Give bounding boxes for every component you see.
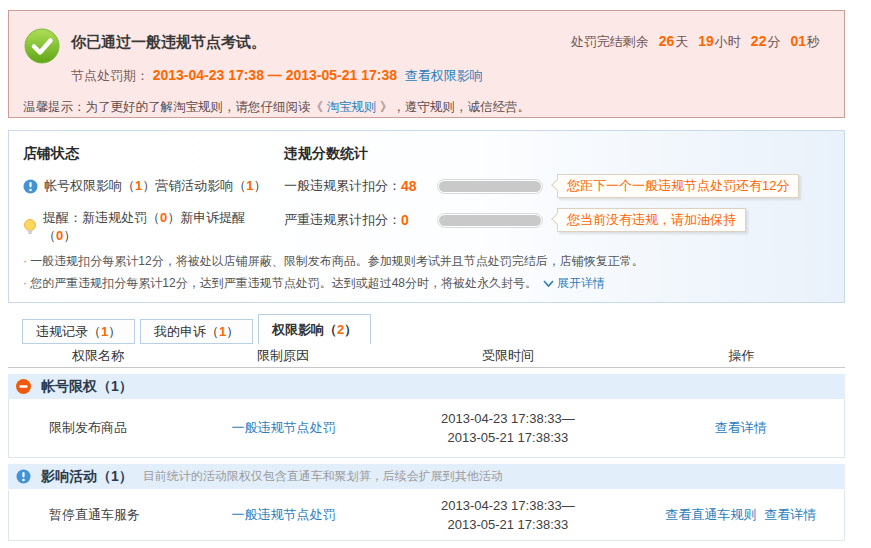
severe-score-row: 严重违规累计扣分： 0 您当前没有违规，请加油保持 [284, 209, 834, 231]
table-row: 限制发布商品 一般违规节点处罚 2013-04-23 17:38:33— 201… [8, 399, 845, 458]
note-general: 一般违规扣分每累计12分，将被处以店铺屏蔽、限制发布商品。参加规则考试并且节点处… [23, 250, 832, 272]
countdown-hours: 19 [698, 33, 714, 49]
general-score-value: 48 [401, 178, 437, 194]
view-details-link[interactable]: 查看详情 [715, 420, 767, 435]
tab-permission-impact[interactable]: 权限影响（2） [258, 314, 371, 344]
record-tabs: 违规记录（1） 我的申诉（1） 权限影响（2） [22, 314, 376, 344]
status-score-panel: 店铺状态 帐号权限影响（1）营销活动影响（1） 提醒：新违规处罚（0）新申诉提醒… [8, 130, 845, 303]
violation-penalty-page: 你已通过一般违规节点考试。 节点处罚期： 2013-04-23 17:38 — … [0, 0, 871, 548]
permission-name-cell: 限制发布商品 [9, 419, 189, 437]
violation-scores-column: 违规分数统计 一般违规累计扣分： 48 您距下一个一般违规节点处罚还有12分 严… [284, 145, 834, 231]
penalty-countdown: 处罚完结剩余26天19小时22分01秒 [571, 33, 820, 51]
view-permission-impact-link[interactable]: 查看权限影响 [405, 68, 483, 83]
table-header-row: 权限名称 限制原因 受限时间 操作 [8, 346, 845, 368]
view-ztc-rules-link[interactable]: 查看直通车规则 [665, 507, 756, 522]
exam-passed-banner: 你已通过一般违规节点考试。 节点处罚期： 2013-04-23 17:38 — … [8, 10, 845, 118]
note-severe: 您的严重违规扣分每累计12分，达到严重违规节点处罚。达到或超过48分时，将被处永… [23, 272, 832, 294]
account-impact-line: 帐号权限影响（1）营销活动影响（1） [23, 177, 278, 195]
restriction-reason-cell: 一般违规节点处罚 [189, 419, 379, 437]
restriction-reason-cell: 一般违规节点处罚 [189, 506, 379, 524]
lightbulb-icon [23, 219, 37, 235]
info-exclamation-icon [23, 179, 38, 194]
permission-name-cell: 暂停直通车服务 [9, 506, 189, 524]
countdown-minutes: 22 [751, 33, 767, 49]
view-details-link[interactable]: 查看详情 [764, 507, 816, 522]
section-title: 帐号限权（1） [41, 378, 133, 396]
restricted-time-cell: 2013-04-23 17:38:33— 2013-05-21 17:38:33 [378, 496, 637, 534]
expand-details-link[interactable]: 展开详情 [543, 276, 605, 290]
general-score-bar [437, 179, 543, 194]
section-note: 目前统计的活动限权仅包含直通车和聚划算，后续会扩展到其他活动 [143, 468, 503, 485]
rule-notes: 一般违规扣分每累计12分，将被处以店铺屏蔽、限制发布商品。参加规则考试并且节点处… [23, 250, 832, 294]
friendly-tip: 温馨提示：为了更好的了解淘宝规则，请您仔细阅读《 淘宝规则 》，遵守规则，诚信经… [23, 99, 530, 116]
penalty-period: 节点处罚期： 2013-04-23 17:38 — 2013-05-21 17:… [71, 67, 483, 85]
table-row: 暂停直通车服务 一般违规节点处罚 2013-04-23 17:38:33— 20… [8, 490, 845, 541]
countdown-seconds: 01 [790, 33, 806, 49]
section-account-restrictions: 帐号限权（1） [8, 374, 845, 399]
shop-status-column: 店铺状态 帐号权限影响（1）营销活动影响（1） 提醒：新违规处罚（0）新申诉提醒… [23, 145, 278, 245]
collapse-minus-icon[interactable] [16, 379, 31, 394]
banner-title: 你已通过一般违规节点考试。 [71, 33, 266, 52]
tab-my-appeals[interactable]: 我的申诉（1） [140, 319, 253, 344]
actions-cell: 查看直通车规则查看详情 [638, 506, 844, 524]
general-score-label: 一般违规累计扣分： [284, 177, 401, 195]
severe-score-bar [437, 213, 543, 228]
info-exclamation-icon [16, 469, 31, 484]
header-restricted-time: 受限时间 [378, 346, 638, 367]
section-title: 影响活动（1） [41, 468, 133, 486]
chevron-down-icon [543, 280, 554, 288]
countdown-days: 26 [659, 33, 675, 49]
general-score-tooltip: 您距下一个一般违规节点处罚还有12分 [557, 174, 799, 198]
section-affected-activities: 影响活动（1） 目前统计的活动限权仅包含直通车和聚划算，后续会扩展到其他活动 [8, 464, 845, 489]
header-actions: 操作 [638, 346, 845, 367]
period-dates: 2013-04-23 17:38 — 2013-05-21 17:38 [153, 67, 397, 83]
period-label: 节点处罚期： [71, 68, 149, 83]
severe-score-tooltip: 您当前没有违规，请加油保持 [557, 208, 746, 232]
taobao-rules-link[interactable]: 淘宝规则 [326, 100, 376, 114]
header-restriction-reason: 限制原因 [188, 346, 378, 367]
reason-link[interactable]: 一般违规节点处罚 [231, 420, 335, 435]
reminder-line: 提醒：新违规处罚（0）新申诉提醒（0） [23, 209, 278, 245]
severe-score-value: 0 [401, 212, 437, 228]
general-score-row: 一般违规累计扣分： 48 您距下一个一般违规节点处罚还有12分 [284, 175, 834, 197]
actions-cell: 查看详情 [638, 419, 844, 437]
reason-link[interactable]: 一般违规节点处罚 [231, 507, 335, 522]
shop-status-title: 店铺状态 [23, 145, 278, 163]
header-permission-name: 权限名称 [8, 346, 188, 367]
score-stats-title: 违规分数统计 [284, 145, 834, 163]
countdown-label: 处罚完结剩余 [571, 34, 649, 49]
tab-violation-records[interactable]: 违规记录（1） [22, 319, 135, 344]
severe-score-label: 严重违规累计扣分： [284, 211, 401, 229]
restricted-time-cell: 2013-04-23 17:38:33— 2013-05-21 17:38:33 [378, 409, 637, 447]
success-check-icon [24, 28, 60, 64]
